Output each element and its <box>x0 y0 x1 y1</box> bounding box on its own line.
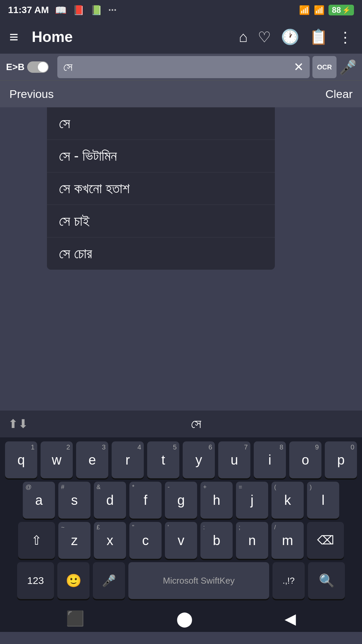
signal2-icon: 📶 <box>314 5 324 15</box>
key-c[interactable]: " c <box>129 522 162 559</box>
numbers-key[interactable]: 123 <box>17 562 54 599</box>
keyboard: 1 q 2 w 3 e 4 r 5 t 6 y 7 u 8 i <box>0 437 362 605</box>
search-keyboard-key[interactable]: 🔍 <box>308 562 345 599</box>
key-v[interactable]: ' v <box>165 522 197 559</box>
key-t[interactable]: 5 t <box>147 441 179 478</box>
search-input[interactable] <box>63 61 290 74</box>
status-right: 📶 📶 88 ⚡ <box>299 5 354 15</box>
search-row: E>B ✕ OCR 🎤 <box>0 54 362 80</box>
key-l[interactable]: ) l <box>307 482 339 519</box>
key-o[interactable]: 9 o <box>289 441 321 478</box>
key-e[interactable]: 3 e <box>76 441 108 478</box>
key-b[interactable]: : b <box>200 522 233 559</box>
autocomplete-item-1[interactable]: সে - ভিটামিন <box>47 140 275 172</box>
status-bar: 11:37 AM 📖 📕 📗 ··· 📶 📶 88 ⚡ <box>0 0 362 20</box>
status-left: 11:37 AM 📖 📕 📗 ··· <box>8 4 117 16</box>
key-x[interactable]: £ x <box>94 522 126 559</box>
key-j[interactable]: = j <box>236 482 268 519</box>
autocomplete-item-2[interactable]: সে কখনো হতাশ <box>47 172 275 205</box>
ocr-button[interactable]: OCR <box>312 56 337 78</box>
chevron-updown-icon[interactable]: ⬆⬇ <box>8 417 28 431</box>
bengali-preview-bar: ⬆⬇ সে <box>0 411 362 437</box>
battery-indicator: 88 ⚡ <box>328 5 354 15</box>
clear-button[interactable]: Clear <box>325 88 353 101</box>
dots-icon: ··· <box>108 4 117 16</box>
key-r[interactable]: 4 r <box>112 441 144 478</box>
key-d[interactable]: & d <box>94 482 126 519</box>
home-circle-icon[interactable]: ⬤ <box>176 610 193 627</box>
nav-bar: ≡ Home ⌂ ♡ 🕐 📋 ⋮ <box>0 20 362 54</box>
key-h[interactable]: + h <box>200 482 233 519</box>
toggle-switch[interactable] <box>27 61 49 73</box>
key-g[interactable]: - g <box>165 482 197 519</box>
more-icon[interactable]: ⋮ <box>338 29 353 46</box>
recents-triangle-icon[interactable]: ◀ <box>285 610 296 627</box>
autocomplete-item-0[interactable]: সে <box>47 107 275 140</box>
emoji-key[interactable]: 🙂 <box>57 562 89 599</box>
nav-icons-right: ⌂ ♡ 🕐 📋 ⋮ <box>239 28 353 46</box>
keyboard-row-3: ⇧ ~ z £ x " c ' v : b ; n / m <box>3 522 359 559</box>
space-label: Microsoft SwiftKey <box>163 576 235 586</box>
mic-icon[interactable]: 🎤 <box>339 59 357 75</box>
key-p[interactable]: 0 p <box>325 441 357 478</box>
backspace-icon: ⌫ <box>317 533 334 547</box>
key-y[interactable]: 6 y <box>183 441 215 478</box>
status-time: 11:37 AM <box>8 5 49 15</box>
search-input-wrapper[interactable]: ✕ <box>57 56 310 78</box>
key-i[interactable]: 8 i <box>254 441 286 478</box>
key-k[interactable]: ( k <box>272 482 304 519</box>
book-icon: 📖 <box>55 5 67 16</box>
key-w[interactable]: 2 w <box>41 441 73 478</box>
mic-keyboard-key[interactable]: 🎤 <box>93 562 125 599</box>
menu-icon[interactable]: ≡ <box>9 28 18 46</box>
key-s[interactable]: # s <box>58 482 90 519</box>
backspace-key[interactable]: ⌫ <box>307 522 344 559</box>
key-n[interactable]: ; n <box>236 522 268 559</box>
key-z[interactable]: ~ z <box>58 522 90 559</box>
previous-button[interactable]: Previous <box>9 88 54 101</box>
autocomplete-item-3[interactable]: সে চাই <box>47 205 275 237</box>
autocomplete-item-4[interactable]: সে চোর <box>47 237 275 270</box>
nav-gesture-bar: ⬛ ⬤ ◀ <box>0 605 362 632</box>
space-key[interactable]: Microsoft SwiftKey <box>128 562 269 599</box>
back-square-icon[interactable]: ⬛ <box>66 610 84 627</box>
punctuation-key[interactable]: .,!? <box>273 562 305 599</box>
ocr-label: OCR <box>317 63 332 71</box>
mic-keyboard-icon: 🎤 <box>102 574 116 587</box>
key-a[interactable]: @ a <box>23 482 55 519</box>
clear-input-icon[interactable]: ✕ <box>294 60 304 74</box>
signal1-icon: 📶 <box>299 5 310 15</box>
book2-icon: 📕 <box>73 5 84 16</box>
emoji-icon: 🙂 <box>66 573 81 588</box>
shift-icon: ⇧ <box>31 533 42 548</box>
bengali-preview-text: সে <box>38 417 354 431</box>
key-q[interactable]: 1 q <box>5 441 37 478</box>
nav-title: Home <box>32 29 231 45</box>
history-icon[interactable]: 🕐 <box>281 28 299 46</box>
keyboard-row-4: 123 🙂 🎤 Microsoft SwiftKey .,!? 🔍 <box>3 562 359 599</box>
keyboard-row-2: @ a # s & d * f - g + h = j ( k <box>3 482 359 519</box>
prev-clear-row: Previous Clear <box>0 80 362 107</box>
search-keyboard-icon: 🔍 <box>319 573 335 588</box>
clipboard-icon[interactable]: 📋 <box>309 28 328 46</box>
lang-toggle[interactable]: E>B <box>0 61 55 73</box>
main-content <box>0 270 362 411</box>
home-icon[interactable]: ⌂ <box>239 29 248 45</box>
book3-icon: 📗 <box>90 5 102 16</box>
lang-label: E>B <box>6 62 24 72</box>
key-u[interactable]: 7 u <box>218 441 250 478</box>
autocomplete-dropdown: সে সে - ভিটামিন সে কখনো হতাশ সে চাই সে চ… <box>47 107 275 270</box>
keyboard-row-1: 1 q 2 w 3 e 4 r 5 t 6 y 7 u 8 i <box>3 441 359 478</box>
shift-key[interactable]: ⇧ <box>18 522 55 559</box>
key-m[interactable]: / m <box>272 522 304 559</box>
heart-icon[interactable]: ♡ <box>258 29 271 46</box>
key-f[interactable]: * f <box>129 482 162 519</box>
